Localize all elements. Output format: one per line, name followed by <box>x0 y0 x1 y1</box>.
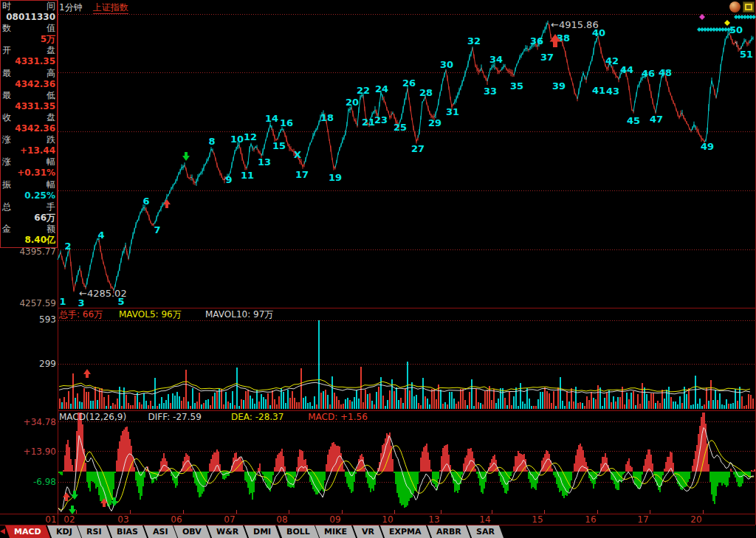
pivot-label-12: 12 <box>244 131 257 142</box>
symbol-label[interactable]: 上证指数 <box>93 2 128 14</box>
volume-bar <box>675 401 676 409</box>
volume-bar <box>542 392 543 409</box>
macd-histogram-bar <box>261 472 262 472</box>
pivot-label-6: 6 <box>142 196 149 207</box>
macd-histogram-bar <box>642 472 643 475</box>
macd-histogram-bar <box>410 472 411 498</box>
tab-rsi[interactable]: RSI <box>78 525 111 538</box>
volume-bar <box>553 391 554 409</box>
tab-kdj[interactable]: KDJ <box>47 525 81 538</box>
macd-histogram-bar <box>482 472 484 494</box>
macd-histogram-bar <box>754 469 755 472</box>
volume-bar <box>223 404 224 409</box>
tab-label: OBV <box>182 525 202 538</box>
quote-value-5: 4342.36 <box>1 123 57 134</box>
tab-label: RSI <box>86 525 102 538</box>
macd-histogram-bar <box>296 467 298 472</box>
volume-bar <box>230 403 231 409</box>
macd-histogram-bar <box>553 472 554 475</box>
time-axis-label-02: 02 <box>63 514 75 525</box>
macd-histogram-bar <box>739 472 740 487</box>
macd-histogram-bar <box>417 472 419 484</box>
volume-bar <box>247 390 249 409</box>
pivot-label-29: 29 <box>428 117 441 128</box>
volume-bar <box>300 368 302 409</box>
macd-histogram-bar <box>640 472 642 486</box>
volume-bar <box>269 405 271 409</box>
volume-bar <box>227 401 229 409</box>
macd-histogram-bar <box>135 472 137 480</box>
pivot-label-9: 9 <box>225 174 232 185</box>
tab-bias[interactable]: BIAS <box>108 525 147 538</box>
macd-histogram-bar <box>197 472 199 492</box>
volume-bar <box>593 398 594 409</box>
volume-bar <box>168 394 169 409</box>
pivot-label-18: 18 <box>320 112 334 123</box>
time-axis-label-14: 14 <box>479 514 490 525</box>
volume-bar <box>143 393 145 409</box>
volume-bar <box>221 389 222 409</box>
tab-wr[interactable]: W&R <box>207 525 247 538</box>
tab-expma[interactable]: EXPMA <box>380 525 430 538</box>
volume-bar <box>365 390 366 409</box>
volume-bar <box>712 400 714 409</box>
volume-bar <box>693 404 694 409</box>
macd-histogram-bar <box>290 472 292 488</box>
tab-obv[interactable]: OBV <box>173 525 210 538</box>
tab-macd[interactable]: MACD <box>5 525 50 538</box>
app-shell-icon[interactable] <box>729 1 740 13</box>
macd-histogram-bar <box>664 469 665 472</box>
macd-histogram-bar <box>630 466 631 472</box>
macd-histogram-bar <box>216 449 218 472</box>
volume-bar <box>108 395 109 409</box>
tab-asi[interactable]: ASI <box>144 525 177 538</box>
chart-text-label: 593 <box>39 314 56 325</box>
macd-histogram-bar <box>727 472 729 486</box>
macd-histogram-bar <box>407 472 408 506</box>
macd-histogram-bar <box>113 472 114 489</box>
chart-canvas[interactable]: 4395.774257.59←4915.86←4285.021234567891… <box>0 0 756 538</box>
macd-histogram-bar <box>659 472 661 492</box>
tab-dmi[interactable]: DMI <box>244 525 280 538</box>
tab-sar[interactable]: SAR <box>467 525 504 538</box>
quote-label-4: 最低 <box>1 90 57 101</box>
tab-boll[interactable]: BOLL <box>277 525 318 538</box>
volume-bar <box>413 396 415 409</box>
volume-bar <box>726 399 727 409</box>
macd-histogram-bar <box>590 472 591 481</box>
chart-text-label: 299 <box>39 359 56 369</box>
macd-histogram-bar <box>86 472 88 482</box>
volume-bar <box>130 405 131 409</box>
volume-bar <box>396 387 397 409</box>
macd-histogram-bar <box>398 472 399 497</box>
volume-bar <box>724 405 725 409</box>
volume-bar <box>139 402 140 409</box>
volume-bar <box>571 388 572 409</box>
tab-scroll-left-icon[interactable] <box>0 528 5 534</box>
volume-bar <box>312 406 313 409</box>
pivot-label-23: 23 <box>374 114 388 125</box>
tab-vr[interactable]: VR <box>353 525 383 538</box>
macd-histogram-bar <box>61 472 63 475</box>
macd-histogram-bar <box>712 472 714 501</box>
macd-histogram-bar <box>463 463 464 472</box>
volume-bar <box>566 391 568 409</box>
macd-histogram-bar <box>549 454 550 472</box>
pivot-label-15: 15 <box>272 140 286 151</box>
window-restore-icon[interactable] <box>743 1 755 13</box>
volume-bar <box>289 398 291 409</box>
tab-mike[interactable]: MIKE <box>315 525 356 538</box>
volume-bar <box>482 404 484 409</box>
volume-bar <box>345 399 346 409</box>
tab-arbr[interactable]: ARBR <box>427 525 470 538</box>
quote-label-7: 涨幅 <box>1 156 57 168</box>
pivot-label-37: 37 <box>540 52 554 63</box>
macd-histogram-bar <box>438 472 439 479</box>
pivot-label-38: 38 <box>557 32 570 44</box>
volume-bar <box>646 394 647 409</box>
macd-histogram-bar <box>69 447 70 472</box>
macd-histogram-bar <box>742 472 743 483</box>
macd-histogram-bar <box>715 472 717 496</box>
volume-bar <box>721 404 723 409</box>
macd-histogram-bar <box>138 472 140 493</box>
